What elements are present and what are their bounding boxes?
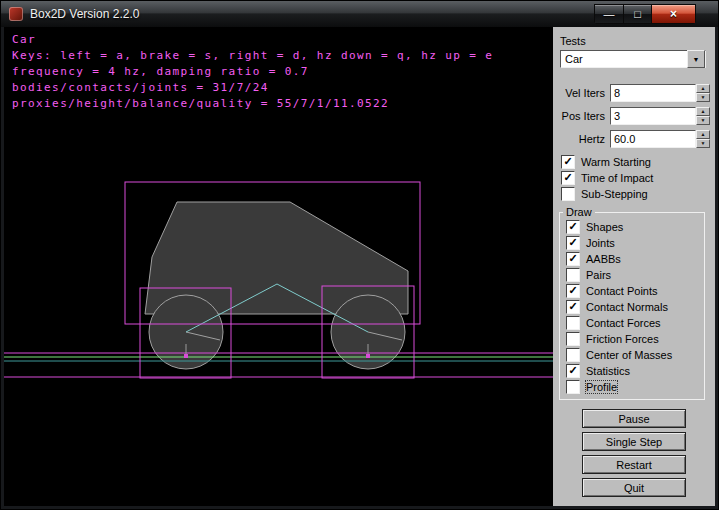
checkbox-box: ✓	[566, 364, 580, 378]
simulation-canvas[interactable]: CarKeys: left = a, brake = s, right = d,…	[4, 27, 553, 506]
quit-button[interactable]: Quit	[582, 478, 686, 497]
checkbox-pairs[interactable]: Pairs	[566, 267, 704, 283]
spinner-down-icon[interactable]: ▼	[696, 139, 710, 148]
spinner-label: Vel Iters	[565, 87, 605, 99]
spinner-section: Vel Iters 8 ▲ ▼ Pos Iters 3 ▲ ▼ Hertz 60…	[553, 84, 715, 148]
checkbox-label: Center of Masses	[586, 349, 672, 361]
client-area: CarKeys: left = a, brake = s, right = d,…	[4, 27, 715, 506]
checkbox-box: ✓	[566, 252, 580, 266]
checkbox-box	[566, 332, 580, 346]
single-step-button[interactable]: Single Step	[582, 432, 686, 451]
checkbox-contact-normals[interactable]: ✓ Contact Normals	[566, 299, 704, 315]
checkbox-label: Sub-Stepping	[581, 188, 648, 200]
checkbox-contact-points[interactable]: ✓ Contact Points	[566, 283, 704, 299]
checkbox-box: ✓	[566, 220, 580, 234]
draw-group-label: Draw	[563, 206, 595, 218]
spinner-row-pos-iters: Pos Iters 3 ▲ ▼	[553, 107, 710, 125]
canvas-text-line: Car	[12, 32, 493, 48]
spinner-down-icon[interactable]: ▼	[696, 93, 710, 102]
tests-label: Tests	[560, 35, 715, 47]
checkbox-box: ✓	[561, 155, 575, 169]
window-title: Box2D Version 2.2.0	[30, 7, 139, 21]
solver-checkboxes: ✓ Warm Starting ✓ Time of Impact Sub-Ste…	[553, 154, 715, 202]
restart-button[interactable]: Restart	[582, 455, 686, 474]
contact-point	[366, 354, 370, 358]
contact-point	[184, 354, 188, 358]
checkbox-box	[566, 268, 580, 282]
minimize-button[interactable]: —	[594, 4, 624, 24]
checkbox-box	[566, 316, 580, 330]
checkbox-box: ✓	[561, 171, 575, 185]
checkbox-warm-starting[interactable]: ✓ Warm Starting	[561, 154, 715, 170]
checkbox-label: AABBs	[586, 253, 621, 265]
checkbox-label: Contact Forces	[586, 317, 661, 329]
checkbox-label: Contact Points	[586, 285, 658, 297]
pause-button[interactable]: Pause	[582, 409, 686, 428]
canvas-text-line: Keys: left = a, brake = s, right = d, hz…	[12, 48, 493, 64]
checkbox-shapes[interactable]: ✓ Shapes	[566, 219, 704, 235]
control-sidebar: Tests Car ▼ Vel Iters 8 ▲ ▼ Pos Iters 3 …	[553, 27, 715, 506]
checkbox-joints[interactable]: ✓ Joints	[566, 235, 704, 251]
titlebar[interactable]: Box2D Version 2.2.0 — □ ×	[1, 1, 718, 27]
draw-group: Draw ✓ Shapes ✓ Joints ✓ AABBs Pairs ✓ C…	[559, 206, 705, 400]
app-icon	[9, 7, 23, 21]
spinner-up-icon[interactable]: ▲	[696, 130, 710, 139]
pos-iters-input[interactable]: 3	[610, 107, 696, 125]
checkbox-label: Shapes	[586, 221, 623, 233]
checkbox-sub-stepping[interactable]: Sub-Stepping	[561, 186, 715, 202]
action-buttons: PauseSingle StepRestartQuit	[553, 409, 715, 497]
tests-dropdown[interactable]: Car ▼	[560, 50, 706, 68]
checkbox-statistics[interactable]: ✓ Statistics	[566, 363, 704, 379]
vel-iters-input[interactable]: 8	[610, 84, 696, 102]
checkbox-box: ✓	[566, 236, 580, 250]
canvas-text-line: bodies/contacts/joints = 31/7/24	[12, 80, 493, 96]
checkbox-box: ✓	[566, 300, 580, 314]
checkbox-label: Pairs	[586, 269, 611, 281]
checkbox-profile[interactable]: Profile	[566, 379, 704, 395]
spinner-row-hertz: Hertz 60.0 ▲ ▼	[553, 130, 710, 148]
maximize-button[interactable]: □	[624, 4, 652, 24]
checkbox-label: Profile	[586, 381, 617, 393]
canvas-text-line: proxies/height/balance/quality = 55/7/1/…	[12, 96, 493, 112]
checkbox-label: Warm Starting	[581, 156, 651, 168]
spinner-up-icon[interactable]: ▲	[696, 84, 710, 93]
draw-checkboxes: ✓ Shapes ✓ Joints ✓ AABBs Pairs ✓ Contac…	[560, 219, 704, 395]
window-controls: — □ ×	[594, 4, 696, 24]
checkbox-box	[561, 187, 575, 201]
checkbox-label: Contact Normals	[586, 301, 668, 313]
checkbox-center-of-masses[interactable]: Center of Masses	[566, 347, 704, 363]
spinner-down-icon[interactable]: ▼	[696, 116, 710, 125]
checkbox-time-of-impact[interactable]: ✓ Time of Impact	[561, 170, 715, 186]
spinner-row-vel-iters: Vel Iters 8 ▲ ▼	[553, 84, 710, 102]
spinner-label: Hertz	[579, 133, 605, 145]
checkbox-aabbs[interactable]: ✓ AABBs	[566, 251, 704, 267]
checkbox-label: Time of Impact	[581, 172, 653, 184]
checkbox-label: Friction Forces	[586, 333, 659, 345]
canvas-text-line: frequency = 4 hz, damping ratio = 0.7	[12, 64, 493, 80]
chevron-down-icon[interactable]: ▼	[687, 50, 705, 68]
checkbox-contact-forces[interactable]: Contact Forces	[566, 315, 704, 331]
checkbox-friction-forces[interactable]: Friction Forces	[566, 331, 704, 347]
checkbox-box	[566, 380, 580, 394]
checkbox-label: Joints	[586, 237, 615, 249]
canvas-text-overlay: CarKeys: left = a, brake = s, right = d,…	[12, 32, 493, 112]
spinner-up-icon[interactable]: ▲	[696, 107, 710, 116]
tests-dropdown-value: Car	[561, 53, 687, 65]
close-button[interactable]: ×	[652, 4, 696, 24]
spinner-label: Pos Iters	[562, 110, 605, 122]
app-window: Box2D Version 2.2.0 — □ ×	[0, 0, 719, 510]
checkbox-label: Statistics	[586, 365, 630, 377]
hertz-input[interactable]: 60.0	[610, 130, 696, 148]
checkbox-box: ✓	[566, 284, 580, 298]
checkbox-box	[566, 348, 580, 362]
